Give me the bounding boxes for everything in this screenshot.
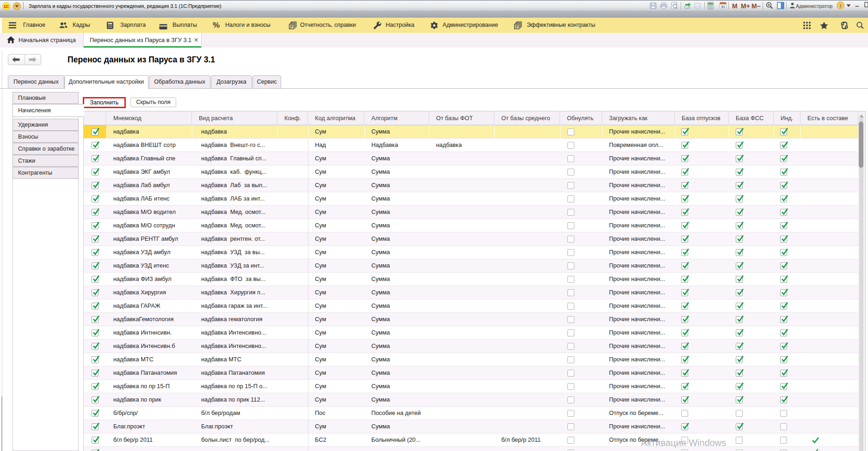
svg-text:31: 31 xyxy=(721,5,725,9)
svg-text:1С: 1С xyxy=(4,4,9,9)
